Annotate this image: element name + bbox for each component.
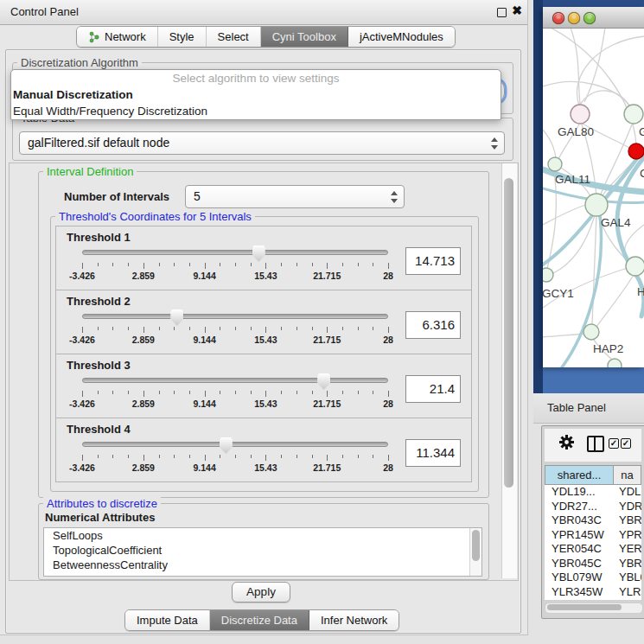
node-h[interactable] [626,257,644,276]
slider-track[interactable] [82,437,388,450]
threshold-slider[interactable]: -3.4262.8599.14415.4321.71528 [82,309,388,345]
table-row[interactable]: YBR043CYBR0 [545,513,641,528]
tick-mark [327,263,328,269]
cell-shared-name: YBR045C [545,557,614,571]
close-icon[interactable]: ✖ [512,3,522,17]
network-edge [596,275,634,327]
vertical-scrollbar-thumb[interactable] [504,178,513,488]
node-bottom-partial[interactable] [608,359,622,367]
popup-item-manual-discretization[interactable]: Manual Discretization [11,86,501,103]
tick-mark [296,391,297,394]
slider-track[interactable] [82,245,388,258]
control-panel-title: Control Panel [10,0,79,24]
tab-jactivemnodules[interactable]: jActiveMNodules [348,27,455,47]
popup-item-equal-width[interactable]: Equal Width/Frequency Discretization [11,103,501,119]
tick-label: -3.426 [69,399,95,409]
number-of-intervals-combo[interactable]: 5 [185,185,405,208]
tick-mark [128,391,129,394]
tick-mark [358,263,359,266]
node-gal80[interactable] [571,105,590,124]
attribute-list-item[interactable]: BetweennessCentrality [44,558,481,572]
slider-track[interactable] [82,309,388,322]
tab-select[interactable]: Select [207,27,261,47]
node-label: H [637,285,644,298]
close-traffic-light[interactable] [552,12,564,24]
table-row[interactable]: YPR145WYPR1 [545,528,641,543]
column-header-name[interactable]: na [614,465,641,485]
control-panel-titlebar: Control Panel ✖ [0,0,527,25]
slider-thumb[interactable] [170,309,183,326]
table-data-combo[interactable]: galFiltered.sif default node [19,131,505,155]
horizontal-scrollbar[interactable] [545,603,643,614]
threshold-value-field[interactable]: 6.316 [405,311,461,339]
attribute-list-item[interactable]: TopologicalCoefficient [44,543,481,558]
tab-network[interactable]: Network [77,27,158,47]
network-canvas[interactable]: GAL80GACGAL11GAL4GCY1HHAP2 [543,29,644,367]
node-gcy1[interactable] [543,268,553,282]
zoom-traffic-light[interactable] [583,12,596,24]
tick-mark [220,455,220,458]
float-window-icon[interactable] [497,8,507,17]
tick-label: -3.426 [69,271,95,281]
stepper-arrows-icon[interactable] [391,191,398,203]
cell-shared-name: YIL052C [545,599,614,600]
table-row[interactable]: YBL079WYBL0 [545,571,641,585]
list-scrollbar[interactable] [469,528,481,576]
node-hap2[interactable] [583,324,599,340]
threshold-slider[interactable]: -3.4262.8599.14415.4321.71528 [82,437,388,473]
column-header-shared[interactable]: shared... [545,465,614,485]
node-right-top[interactable] [624,105,643,124]
split-columns-icon[interactable] [587,436,604,452]
tab-cyni-toolbox[interactable]: Cyni Toolbox [261,27,348,47]
cell-shared-name: YBR043C [545,513,614,528]
tick-mark [388,455,389,461]
tab-discretize-data[interactable]: Discretize Data [210,610,309,630]
popup-item-placeholder[interactable]: Select algorithm to view settings [11,70,501,86]
threshold-value-field[interactable]: 14.713 [405,247,461,275]
attribute-list-item[interactable]: SelfLoops [44,528,481,543]
tick-mark [342,327,343,330]
tab-style[interactable]: Style [158,27,207,47]
apply-button[interactable]: Apply [232,582,290,603]
thresholds-group-label: Threshold's Coordinates for 5 Intervals [55,210,255,223]
table-row[interactable]: YBR045CYBR0 [545,557,641,571]
tick-mark [358,327,359,330]
threshold-value-field[interactable]: 11.344 [405,439,461,467]
tick-label: 28 [383,271,393,281]
tick-mark [358,455,359,458]
gear-icon[interactable] [559,435,574,450]
table-row[interactable]: YER054CYER0 [545,542,641,557]
checkbox-checked-icon[interactable]: ✓ [621,438,631,449]
slider-thumb[interactable] [252,245,265,262]
threshold-value-field[interactable]: 21.4 [405,375,461,403]
tick-label: 2.859 [132,462,155,473]
minimize-traffic-light[interactable] [568,12,580,24]
slider-thumb[interactable] [317,373,330,390]
horizontal-scrollbar-thumb[interactable] [547,604,622,610]
table-row[interactable]: YLR345WYLR3 [545,585,641,600]
table-row[interactable]: YDL19...YDL1 [545,485,641,500]
tab-infer-network[interactable]: Infer Network [309,610,399,630]
tick-label: 28 [383,462,393,473]
tab-impute-data[interactable]: Impute Data [125,610,210,630]
node-gal11[interactable] [548,157,562,171]
slider-track[interactable] [82,373,388,386]
node-gal4[interactable] [585,194,608,216]
tick-mark [82,391,83,397]
threshold-slider[interactable]: -3.4262.8599.14415.4321.71528 [82,245,388,281]
checkbox-checked-icon[interactable]: ✓ [609,438,619,449]
tick-label: 9.144 [193,399,215,409]
table-row[interactable]: YDR27...YDR2 [545,500,641,514]
node-selected-red[interactable] [628,143,644,159]
threshold-slider[interactable]: -3.4262.8599.14415.4321.71528 [82,373,388,409]
top-tab-bar: NetworkStyleSelectCyni ToolboxjActiveMNo… [76,26,456,48]
stepper-arrows-icon[interactable] [491,137,498,150]
table-row[interactable]: YIL052CYIL0 [545,599,641,600]
tick-label: 15.43 [254,271,277,281]
tick-mark [143,455,144,461]
tick-label: 15.43 [254,399,277,409]
list-scrollbar-thumb[interactable] [472,530,480,561]
tick-label: 9.144 [193,271,215,281]
tick-mark [235,263,236,266]
slider-thumb[interactable] [220,437,233,454]
